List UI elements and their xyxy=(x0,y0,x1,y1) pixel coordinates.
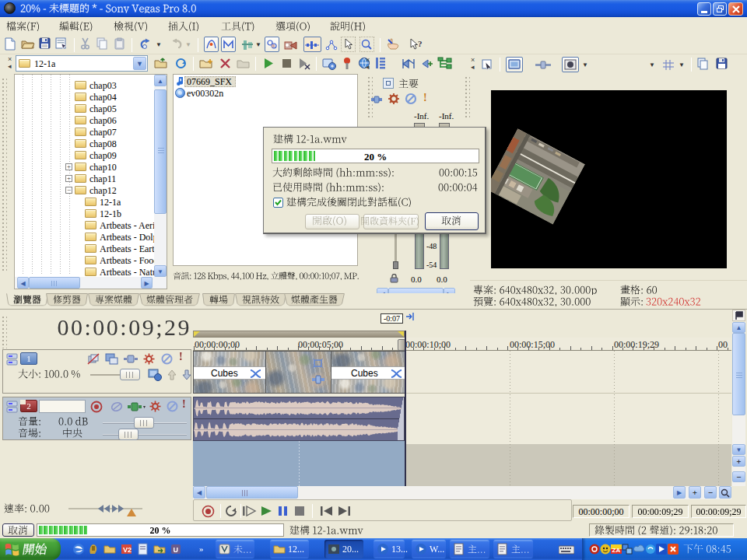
svg-text:?: ? xyxy=(418,39,423,48)
svg-text:V2: V2 xyxy=(123,546,132,554)
svg-text:U: U xyxy=(174,546,179,554)
svg-text:ZA: ZA xyxy=(612,547,621,554)
